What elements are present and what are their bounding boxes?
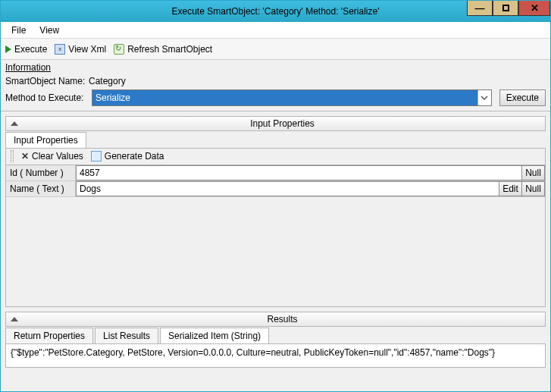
input-properties-header[interactable]: Input Properties xyxy=(5,116,546,131)
menu-file[interactable]: File xyxy=(11,25,26,36)
tab-return-properties[interactable]: Return Properties xyxy=(5,328,93,343)
grip-icon xyxy=(11,150,14,162)
toolbar-refresh[interactable]: Refresh SmartObject xyxy=(114,44,212,55)
tab-input-properties[interactable]: Input Properties xyxy=(5,132,86,148)
method-select-value: Serialize xyxy=(92,90,477,105)
name-label: Name ( Text ) xyxy=(6,181,76,196)
chevron-down-icon xyxy=(477,90,491,105)
input-panel: ✕ Clear Values Generate Data Id ( Number… xyxy=(5,148,546,307)
smartobject-name-label: SmartObject Name: xyxy=(5,76,89,86)
tab-serialized-item[interactable]: Serialized Item (String) xyxy=(160,328,269,343)
clear-values-button[interactable]: ✕ Clear Values xyxy=(21,151,83,162)
generate-data-label: Generate Data xyxy=(105,151,164,162)
toolbar-view-xml-label: View Xml xyxy=(68,44,106,55)
generate-data-button[interactable]: Generate Data xyxy=(91,151,164,162)
collapse-icon xyxy=(11,121,18,126)
execute-button[interactable]: Execute xyxy=(499,89,546,106)
name-null-button[interactable]: Null xyxy=(522,181,545,196)
information-section: Information SmartObject Name: Category M… xyxy=(1,60,550,111)
input-properties-title: Input Properties xyxy=(24,118,540,129)
results-tabs: Return Properties List Results Serialize… xyxy=(5,328,546,344)
smartobject-name-value: Category xyxy=(89,76,126,86)
name-input[interactable] xyxy=(76,181,499,196)
table-row: Name ( Text ) Edit Null xyxy=(6,181,545,197)
results-output[interactable]: {"$type":"PetStore.Category, PetStore, V… xyxy=(5,343,546,368)
titlebar: Execute SmartObject: 'Category' Method: … xyxy=(1,1,550,22)
clear-values-label: Clear Values xyxy=(32,151,83,162)
toolbar-refresh-label: Refresh SmartObject xyxy=(127,44,212,55)
tab-list-results[interactable]: List Results xyxy=(95,328,158,343)
minimize-button[interactable]: — xyxy=(467,1,493,16)
results-header[interactable]: Results xyxy=(5,312,546,327)
results-title: Results xyxy=(24,314,540,325)
x-icon: ✕ xyxy=(21,151,29,162)
collapse-icon xyxy=(11,317,18,321)
id-input[interactable] xyxy=(76,165,522,180)
app-window: Execute SmartObject: 'Category' Method: … xyxy=(0,0,551,392)
input-panel-toolbar: ✕ Clear Values Generate Data xyxy=(6,148,545,165)
information-heading: Information xyxy=(5,62,546,73)
toolbar-execute-label: Execute xyxy=(14,44,47,55)
input-grid: Id ( Number ) Null Name ( Text ) Edit Nu… xyxy=(6,165,545,197)
window-controls: — ✕ xyxy=(467,1,550,16)
toolbar-view-xml[interactable]: x View Xml xyxy=(55,44,106,55)
id-label: Id ( Number ) xyxy=(6,165,76,180)
refresh-icon xyxy=(114,44,124,55)
close-button[interactable]: ✕ xyxy=(518,1,550,16)
id-null-button[interactable]: Null xyxy=(522,165,545,180)
play-icon xyxy=(5,45,11,53)
toolbar: Execute x View Xml Refresh SmartObject xyxy=(1,39,550,60)
xml-icon: x xyxy=(55,44,65,55)
method-select[interactable]: Serialize xyxy=(92,89,492,106)
generate-icon xyxy=(91,151,102,162)
menu-view[interactable]: View xyxy=(39,25,59,36)
maximize-button[interactable] xyxy=(493,1,518,16)
input-tabs: Input Properties xyxy=(5,132,546,149)
method-label: Method to Execute: xyxy=(5,93,89,103)
name-edit-button[interactable]: Edit xyxy=(499,181,522,196)
table-row: Id ( Number ) Null xyxy=(6,165,545,181)
menubar: File View xyxy=(1,22,550,39)
toolbar-execute[interactable]: Execute xyxy=(5,44,47,55)
